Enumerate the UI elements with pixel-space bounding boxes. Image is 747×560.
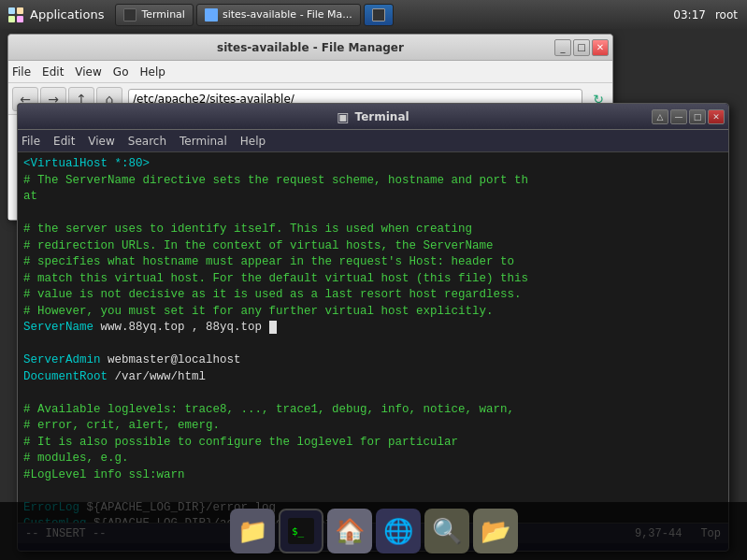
taskbar-buttons: Terminal sites-available - File Ma...	[111, 4, 673, 26]
file-manager-controls: _ □ ✕	[554, 39, 609, 56]
taskbar-time-area: 03:17 root	[673, 8, 747, 22]
terminal-resize-up[interactable]: △	[652, 109, 668, 124]
file-manager-title: sites-available - File Manager	[217, 41, 404, 54]
term-line-comment7: # However, you must set it for any furth…	[23, 304, 723, 321]
term-line-comment5: # match this virtual host. For the defau…	[23, 271, 723, 288]
term-line-comment9: # error, crit, alert, emerg.	[23, 418, 723, 435]
taskbar-terminal-label: Terminal	[141, 8, 185, 21]
term-line-blank4	[23, 483, 723, 500]
term-menu-edit[interactable]: Edit	[53, 135, 75, 148]
term-line-comment10: # It is also possible to configure the l…	[23, 435, 723, 452]
svg-rect-0	[8, 7, 15, 14]
taskbar-user: root	[715, 8, 738, 22]
svg-rect-1	[17, 7, 23, 14]
taskbar-terminal-btn[interactable]: Terminal	[115, 4, 194, 26]
fm-menu-file[interactable]: File	[12, 65, 31, 79]
taskbar-active-btn[interactable]	[364, 4, 394, 26]
dock: 📁 $_ 🏠 🌐 🔍 📂	[0, 502, 747, 560]
term-line-comment1b: at	[23, 189, 723, 206]
taskbar-time: 03:17	[673, 8, 706, 22]
svg-text:$_: $_	[292, 525, 305, 538]
terminal-close[interactable]: ✕	[708, 109, 725, 124]
dock-folder-icon[interactable]: 📂	[473, 509, 518, 553]
file-manager-minimize[interactable]: _	[554, 39, 571, 56]
terminal-window: ▣ Terminal △ — □ ✕ File Edit View Search…	[17, 103, 729, 552]
term-menu-view[interactable]: View	[88, 135, 114, 148]
terminal-icon-svg: $_	[288, 518, 314, 544]
dock-globe-icon[interactable]: 🌐	[376, 509, 421, 553]
term-line-comment4: # specifies what hostname must appear in…	[23, 254, 723, 271]
term-line-comment12: #LogLevel info ssl:warn	[23, 467, 723, 484]
term-line-comment1: # The ServerName directive sets the requ…	[23, 173, 723, 190]
terminal-taskbar-icon	[123, 8, 136, 22]
dock-terminal-icon[interactable]: $_	[279, 509, 323, 553]
term-line-blank1	[23, 206, 723, 223]
term-line-comment8: # Available loglevels: trace8, ..., trac…	[23, 402, 723, 419]
term-line-comment11: # modules, e.g.	[23, 451, 723, 467]
term-line-comment2: # the server uses to identify itself. Th…	[23, 222, 723, 238]
file-manager-titlebar: sites-available - File Manager _ □ ✕	[8, 35, 612, 61]
term-line-blank2	[23, 337, 723, 353]
apps-icon	[7, 7, 24, 23]
terminal-title: Terminal	[355, 110, 409, 123]
terminal-titlebar: ▣ Terminal △ — □ ✕	[18, 104, 728, 130]
term-menu-file[interactable]: File	[22, 135, 40, 148]
svg-rect-3	[17, 16, 23, 22]
terminal-minimize[interactable]: —	[670, 109, 687, 124]
fm-menu-help[interactable]: Help	[139, 65, 165, 79]
taskbar: Applications Terminal sites-available - …	[0, 0, 747, 29]
term-menu-help[interactable]: Help	[240, 135, 266, 148]
file-manager-maximize[interactable]: □	[573, 39, 590, 56]
term-menu-search[interactable]: Search	[128, 135, 166, 148]
terminal-maximize[interactable]: □	[689, 109, 706, 124]
applications-menu[interactable]: Applications	[0, 0, 111, 29]
taskbar-filemanager-label: sites-available - File Ma...	[223, 8, 352, 21]
svg-rect-2	[8, 16, 15, 22]
dock-files-icon[interactable]: 📁	[230, 509, 275, 553]
term-line-blank3	[23, 385, 723, 402]
file-manager-menubar: File Edit View Go Help	[8, 61, 612, 83]
dock-search-icon[interactable]: 🔍	[424, 509, 469, 553]
fm-menu-edit[interactable]: Edit	[42, 65, 64, 79]
file-manager-close[interactable]: ✕	[592, 39, 609, 56]
term-line-comment3: # redirection URLs. In the context of vi…	[23, 238, 723, 255]
term-line-virtualhost: <VirtualHost *:80>	[23, 156, 723, 173]
active-taskbar-icon	[372, 8, 385, 22]
term-line-comment6: # value is not decisive as it is used as…	[23, 287, 723, 304]
terminal-body[interactable]: <VirtualHost *:80> # The ServerName dire…	[18, 152, 728, 523]
term-line-serveradmin: ServerAdmin webmaster@localhost	[23, 352, 723, 369]
fm-menu-go[interactable]: Go	[113, 65, 129, 79]
dock-home-icon[interactable]: 🏠	[327, 509, 372, 553]
terminal-controls: △ — □ ✕	[652, 109, 725, 124]
filemanager-taskbar-icon	[205, 8, 218, 22]
fm-menu-view[interactable]: View	[75, 65, 101, 79]
term-line-docroot: DocumentRoot /var/www/html	[23, 369, 723, 386]
taskbar-filemanager-btn[interactable]: sites-available - File Ma...	[196, 4, 361, 26]
term-line-servername: ServerName www.88yq.top , 88yq.top	[23, 320, 723, 337]
applications-label: Applications	[30, 7, 104, 22]
terminal-menubar: File Edit View Search Terminal Help	[18, 130, 728, 152]
term-menu-terminal[interactable]: Terminal	[180, 135, 227, 148]
